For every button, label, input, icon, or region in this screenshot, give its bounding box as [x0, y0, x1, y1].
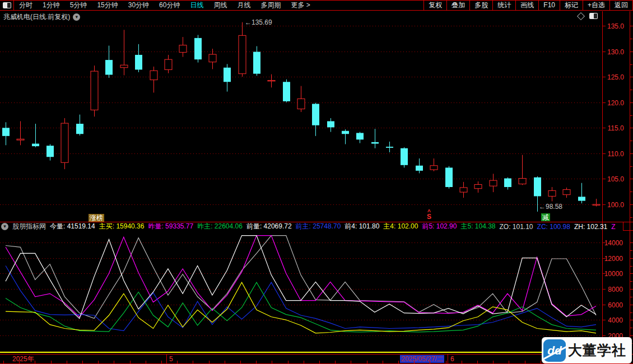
indicator-field-前主: 前主: 25748.70: [296, 223, 341, 230]
candle-body-down: [327, 121, 334, 127]
indicator-axis-label: 8000: [608, 286, 623, 293]
bottom-tick: [541, 361, 541, 363]
jian-badge: 减: [541, 213, 550, 221]
candle-body-down: [386, 147, 393, 148]
low-price-annotation: ←98.58: [539, 203, 562, 211]
bottom-tick: [351, 361, 351, 363]
price-axis-label: 105.0: [607, 175, 624, 183]
candle-body-up: [91, 71, 98, 110]
candle-body-down: [445, 167, 453, 187]
candle-body-down: [371, 142, 379, 144]
price-axis-label: 110.0: [607, 150, 623, 158]
candle-body-up: [490, 180, 497, 186]
bottom-tick: [477, 361, 478, 363]
bottom-tick: [193, 361, 193, 363]
price-axis-label: 135.0: [607, 22, 624, 30]
candle-body-down: [534, 178, 541, 197]
candle-body-down: [194, 38, 202, 59]
date-label-2025/05/27/二: 2025/05/27/二: [400, 355, 444, 363]
bottom-tick: [509, 361, 509, 363]
date-axis: 2025年52025/05/27/二6: [0, 354, 633, 363]
collapse-indicator-icon[interactable]: ▾: [1, 223, 8, 230]
candle-body-up: [268, 81, 275, 81]
bottom-tick: [51, 361, 52, 363]
chart-title-row: 兆威机电(日线.前复权) ▾: [3, 12, 80, 22]
high-price-annotation: ←135.69: [245, 18, 272, 26]
bottom-tick: [272, 361, 272, 363]
candle-body-up: [563, 190, 570, 195]
indicator-axis-label: 4000: [608, 316, 623, 324]
stock-title: 兆威机电(日线.前复权): [3, 12, 70, 22]
watermark-logo-icon: dd: [543, 339, 566, 362]
indicator-field-ZH: ZH: 102.31: [574, 223, 607, 230]
indicator-field-主4: 主4: 102.00: [383, 223, 418, 230]
candle-body-down: [32, 144, 39, 147]
chevron-down-icon[interactable]: ▾: [73, 13, 80, 21]
price-axis-label: 120.0: [607, 99, 624, 107]
band-separator-yellow-line: [0, 352, 630, 353]
bottom-tick: [430, 361, 430, 363]
candle-body-up: [474, 184, 482, 188]
candle-body-down: [416, 166, 423, 171]
date-label-5: 5: [169, 355, 173, 363]
bottom-tick: [146, 361, 146, 363]
candle-body-down: [2, 128, 10, 136]
candle-body-down: [135, 55, 142, 69]
indicator-field-前量: 前量: 42069.72: [246, 223, 292, 230]
candle-body-down: [224, 68, 231, 82]
candle-body-up: [430, 166, 437, 170]
indicator-field-Z: Z: [611, 223, 615, 230]
price-axis: 135.0130.0125.0120.0115.0110.0105.0100.0…: [602, 22, 633, 344]
candle-body-down: [76, 124, 83, 134]
bottom-tick: [3, 361, 4, 363]
candle-body-down: [283, 82, 290, 101]
indicator-axis-label: 14000: [604, 239, 623, 247]
date-label-2025年: 2025年: [12, 355, 34, 363]
candle-body-up: [165, 59, 172, 69]
date-label-6: 6: [450, 355, 454, 363]
price-axis-label: 125.0: [607, 73, 624, 81]
bottom-tick: [383, 361, 383, 363]
indicator-field-今量: 今量: 41519.14: [50, 223, 95, 230]
indicator-line-chart: [0, 236, 602, 336]
candle-body-up: [297, 99, 305, 109]
sell-signal-marker: S: [427, 211, 431, 220]
bottom-tick: [225, 361, 225, 363]
watermark: dd 大董学社: [542, 337, 632, 363]
diamond-icon[interactable]: [577, 12, 585, 20]
indicator-field-昨主: 昨主: 22604.06: [197, 223, 243, 230]
bottom-tick: [240, 361, 241, 363]
indicator-field-主5: 主5: 104.38: [460, 223, 495, 230]
candle-body-up: [150, 71, 157, 80]
indicator-header: ▾ 股朋指标网 今量: 41519.14主买: 15940.36昨量: 5933…: [1, 223, 623, 230]
candle-body-up: [120, 65, 128, 68]
title-row-icons: [578, 13, 598, 19]
bottom-tick: [446, 361, 446, 363]
candle-body-up: [460, 188, 467, 192]
candle-body-up: [519, 179, 526, 184]
candle-body-down: [312, 104, 319, 125]
candlestick-chart: [0, 22, 602, 212]
bottom-tick: [493, 361, 494, 363]
candle-body-down: [578, 197, 585, 200]
candle-body-up: [548, 190, 556, 196]
indicator-axis-label: 10000: [604, 270, 623, 278]
candle-body-up: [209, 54, 216, 62]
bottom-tick: [177, 361, 178, 363]
zhangbang-badge: 涨榜: [89, 214, 104, 222]
indicator-line-昨主: [6, 282, 596, 332]
candle-body-down: [356, 133, 364, 139]
panel-split-icon[interactable]: [589, 13, 598, 19]
indicator-source-label: 股朋指标网: [12, 223, 46, 230]
candle-body-down: [342, 131, 349, 134]
price-axis-label: 115.0: [607, 124, 623, 132]
trading-app-window: 分时1分钟5分钟15分钟30分钟60分钟日线周线月线多周期更多 > 复权叠加多股…: [0, 0, 633, 364]
bottom-tick: [398, 361, 399, 363]
indicator-field-前4: 前4: 101.80: [345, 223, 379, 230]
bottom-tick: [209, 361, 210, 363]
bottom-tick: [19, 361, 20, 363]
bottom-tick: [414, 361, 415, 363]
candle-body-down: [46, 146, 54, 157]
bottom-tick: [98, 361, 99, 363]
bottom-tick: [335, 361, 336, 363]
